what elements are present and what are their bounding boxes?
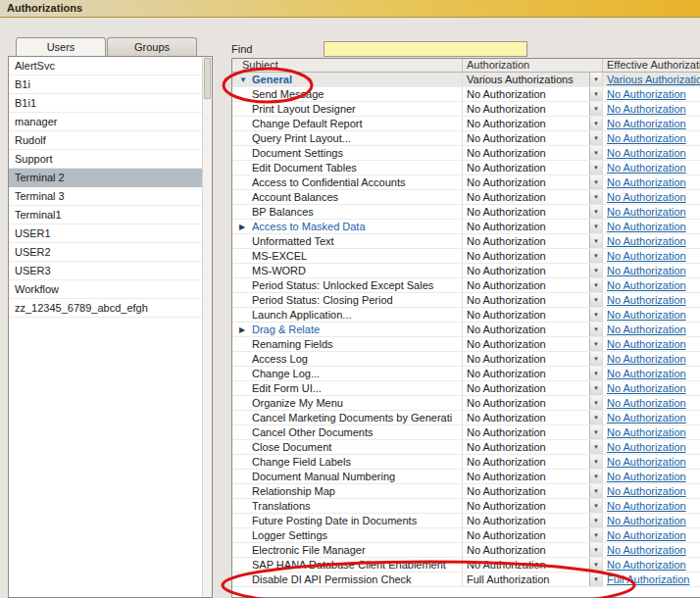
find-input[interactable]	[324, 41, 527, 57]
dropdown-arrow-icon[interactable]: ▼	[589, 352, 602, 366]
authorization-dropdown[interactable]: No Authorization ▼	[462, 293, 602, 307]
dropdown-arrow-icon[interactable]: ▼	[589, 190, 602, 204]
table-row[interactable]: Organize My Menu No Authorization ▼ No A…	[232, 396, 700, 411]
user-row[interactable]: Terminal1	[9, 206, 202, 224]
table-row[interactable]: Change Default Report No Authorization ▼…	[232, 117, 700, 131]
authorization-dropdown[interactable]: No Authorization ▼	[462, 323, 602, 336]
dropdown-arrow-icon[interactable]: ▼	[589, 102, 602, 116]
authorization-dropdown[interactable]: No Authorization ▼	[462, 411, 602, 424]
dropdown-arrow-icon[interactable]: ▼	[589, 381, 602, 395]
table-row[interactable]: Cancel Marketing Documents by Generati N…	[232, 411, 700, 425]
table-row[interactable]: Renaming Fields No Authorization ▼ No Au…	[232, 337, 700, 352]
effective-authorization-link[interactable]: No Authorization	[607, 544, 686, 556]
authorization-dropdown[interactable]: No Authorization ▼	[462, 558, 602, 572]
authorization-dropdown[interactable]: No Authorization ▼	[462, 425, 602, 439]
effective-authorization-link[interactable]: No Authorization	[607, 353, 686, 365]
effective-authorization-link[interactable]: No Authorization	[607, 324, 686, 335]
effective-authorization-link[interactable]: No Authorization	[607, 235, 686, 247]
effective-authorization-link[interactable]: No Authorization	[607, 88, 686, 100]
effective-authorization-link[interactable]: No Authorization	[607, 456, 686, 468]
user-row[interactable]: Terminal 3	[9, 187, 202, 206]
table-row[interactable]: Document Manual Numbering No Authorizati…	[232, 470, 700, 484]
user-row[interactable]: USER3	[9, 262, 202, 280]
authorization-dropdown[interactable]: No Authorization ▼	[462, 396, 602, 410]
authorization-dropdown[interactable]: No Authorization ▼	[462, 175, 602, 189]
authorization-dropdown[interactable]: No Authorization ▼	[462, 484, 602, 498]
user-row[interactable]: Rudolf	[9, 131, 202, 150]
authorization-dropdown[interactable]: No Authorization ▼	[462, 161, 602, 174]
effective-authorization-link[interactable]: Various Authorization	[607, 74, 700, 85]
dropdown-arrow-icon[interactable]: ▼	[589, 73, 602, 86]
authorization-dropdown[interactable]: Various Authorizations ▼	[462, 73, 602, 86]
table-row[interactable]: Close Document No Authorization ▼ No Aut…	[232, 440, 700, 455]
authorization-dropdown[interactable]: No Authorization ▼	[462, 337, 602, 351]
effective-authorization-link[interactable]: No Authorization	[607, 132, 686, 144]
authorization-dropdown[interactable]: No Authorization ▼	[462, 528, 602, 542]
effective-authorization-link[interactable]: No Authorization	[607, 176, 686, 188]
dropdown-arrow-icon[interactable]: ▼	[589, 499, 602, 513]
table-row[interactable]: Document Settings No Authorization ▼ No …	[232, 146, 700, 161]
effective-authorization-link[interactable]: No Authorization	[607, 250, 686, 262]
effective-authorization-link[interactable]: No Authorization	[607, 500, 686, 512]
table-row[interactable]: Translations No Authorization ▼ No Autho…	[232, 499, 700, 514]
effective-authorization-link[interactable]: No Authorization	[607, 529, 686, 541]
table-row[interactable]: Disable DI API Permission Check Full Aut…	[232, 573, 700, 587]
expand-triangle-icon[interactable]: ▶	[239, 220, 250, 233]
effective-authorization-link[interactable]: No Authorization	[607, 221, 686, 232]
table-row[interactable]: ▶ Access to Masked Data No Authorization…	[232, 220, 700, 234]
effective-authorization-link[interactable]: No Authorization	[607, 206, 686, 218]
dropdown-arrow-icon[interactable]: ▼	[589, 131, 602, 145]
window-titlebar[interactable]: Authorizations	[0, 0, 700, 18]
authorization-dropdown[interactable]: No Authorization ▼	[462, 87, 602, 101]
effective-authorization-link[interactable]: No Authorization	[607, 368, 686, 379]
authorization-dropdown[interactable]: No Authorization ▼	[462, 514, 602, 527]
table-row[interactable]: Print Layout Designer No Authorization ▼…	[232, 102, 700, 117]
dropdown-arrow-icon[interactable]: ▼	[589, 425, 602, 439]
effective-authorization-link[interactable]: No Authorization	[607, 397, 686, 409]
authorization-dropdown[interactable]: No Authorization ▼	[462, 499, 602, 513]
effective-authorization-link[interactable]: No Authorization	[607, 118, 686, 129]
table-row[interactable]: Cancel Other Documents No Authorization …	[232, 425, 700, 440]
dropdown-arrow-icon[interactable]: ▼	[589, 484, 602, 498]
table-row[interactable]: Unformatted Text No Authorization ▼ No A…	[232, 234, 700, 249]
dropdown-arrow-icon[interactable]: ▼	[589, 146, 602, 160]
dropdown-arrow-icon[interactable]: ▼	[589, 396, 602, 410]
table-row[interactable]: BP Balances No Authorization ▼ No Author…	[232, 205, 700, 220]
authorization-dropdown[interactable]: No Authorization ▼	[462, 278, 602, 292]
table-row[interactable]: Access Log No Authorization ▼ No Authori…	[232, 352, 700, 367]
authorization-dropdown[interactable]: No Authorization ▼	[462, 352, 602, 366]
effective-authorization-link[interactable]: No Authorization	[607, 485, 686, 497]
expand-triangle-icon[interactable]: ▶	[239, 323, 250, 336]
table-row[interactable]: MS-EXCEL No Authorization ▼ No Authoriza…	[232, 249, 700, 264]
effective-authorization-link[interactable]: No Authorization	[607, 309, 686, 321]
user-row[interactable]: USER1	[9, 224, 202, 243]
authorization-dropdown[interactable]: No Authorization ▼	[462, 102, 602, 116]
tab-users[interactable]: Users	[16, 37, 106, 56]
effective-authorization-link[interactable]: No Authorization	[607, 191, 686, 203]
tab-groups[interactable]: Groups	[107, 37, 197, 56]
effective-authorization-link[interactable]: No Authorization	[607, 103, 686, 115]
table-row[interactable]: Change Field Labels No Authorization ▼ N…	[232, 455, 700, 470]
effective-authorization-link[interactable]: No Authorization	[607, 147, 686, 159]
table-row[interactable]: ▼ General Various Authorizations ▼ Vario…	[232, 73, 700, 87]
dropdown-arrow-icon[interactable]: ▼	[589, 234, 602, 248]
user-row[interactable]: USER2	[9, 243, 202, 262]
table-row[interactable]: Relationship Map No Authorization ▼ No A…	[232, 484, 700, 499]
table-row[interactable]: Send Message No Authorization ▼ No Autho…	[232, 87, 700, 102]
dropdown-arrow-icon[interactable]: ▼	[589, 220, 602, 233]
dropdown-arrow-icon[interactable]: ▼	[589, 573, 602, 586]
effective-authorization-link[interactable]: No Authorization	[607, 426, 686, 438]
dropdown-arrow-icon[interactable]: ▼	[589, 175, 602, 189]
user-row[interactable]: Workflow	[9, 280, 202, 299]
dropdown-arrow-icon[interactable]: ▼	[589, 411, 602, 424]
effective-authorization-link[interactable]: No Authorization	[607, 338, 686, 350]
dropdown-arrow-icon[interactable]: ▼	[589, 308, 602, 322]
table-row[interactable]: Electronic File Manager No Authorization…	[232, 543, 700, 558]
dropdown-arrow-icon[interactable]: ▼	[589, 161, 602, 174]
table-row[interactable]: SAP HANA Database Client Enablement No A…	[232, 558, 700, 573]
expand-triangle-icon[interactable]: ▼	[239, 73, 250, 86]
dropdown-arrow-icon[interactable]: ▼	[589, 558, 602, 572]
scrollbar-thumb[interactable]	[204, 58, 211, 99]
authorization-dropdown[interactable]: No Authorization ▼	[462, 234, 602, 248]
authorization-dropdown[interactable]: No Authorization ▼	[462, 220, 602, 233]
